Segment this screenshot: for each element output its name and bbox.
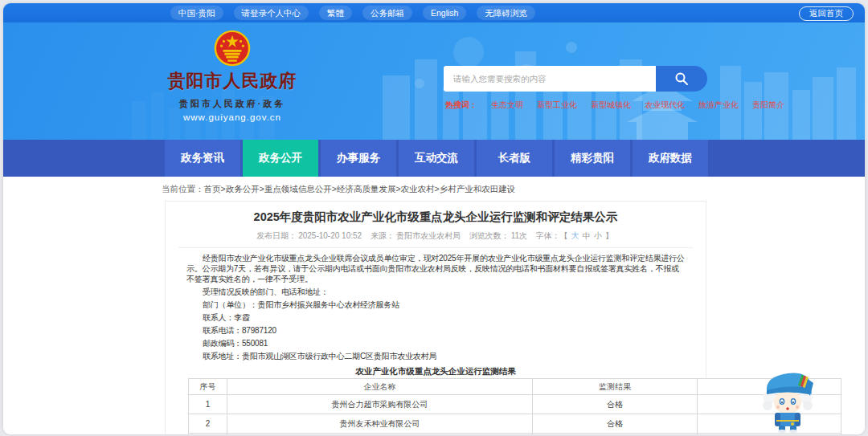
site-banner: 贵阳市人民政府 贵阳市人民政府·政务 www.guiyang.gov.cn 热搜… xyxy=(3,22,865,140)
nav-item-政务资讯[interactable]: 政务资讯 xyxy=(165,140,240,177)
table-row: 2贵州友禾种业有限公司合格 xyxy=(189,414,841,434)
article-meta: 发布日期：2025-10-20 10:52 来源：贵阳市农业农村局 浏览次数：1… xyxy=(166,230,706,241)
article-paragraphs: 经贵阳市农业产业化市级重点龙头企业联席会议成员单位审定，现对2025年开展的农业… xyxy=(186,251,685,362)
topbar-link[interactable]: 无障碍浏览 xyxy=(477,6,535,20)
back-home-button[interactable]: 返回首页 xyxy=(799,6,854,21)
search-input[interactable] xyxy=(444,66,656,92)
article-paragraph: 部门（单位）：贵阳市乡村振兴服务中心农村经济服务站 xyxy=(186,298,685,311)
national-emblem-icon xyxy=(214,29,251,67)
search-button[interactable] xyxy=(656,66,707,92)
article-body: 经贵阳市农业产业化市级重点龙头企业联席会议成员单位审定，现对2025年开展的农业… xyxy=(166,248,706,377)
search-icon xyxy=(674,71,689,86)
breadcrumb: 当前位置：首页>政务公开>重点领域信息公开>经济高质量发展>农业农村>乡村产业和… xyxy=(3,177,865,201)
source-value: 贵阳市农业农村局 xyxy=(396,231,461,240)
font-size-option[interactable]: 小 xyxy=(594,231,602,240)
hot-search-word[interactable]: 贵阳简介 xyxy=(752,100,784,111)
nav-item-政府数据[interactable]: 政府数据 xyxy=(633,140,708,177)
hot-search-word[interactable]: 农业现代化 xyxy=(645,100,685,111)
article-container: 2025年度贵阳市农业产业化市级重点龙头企业运行监测和评定结果公示 发布日期：2… xyxy=(165,201,706,434)
city-skyline-art xyxy=(366,43,865,140)
breadcrumb-label: 当前位置： xyxy=(162,184,204,194)
table-cell: 贵州友禾种业有限公司 xyxy=(227,414,533,434)
site-name: 贵阳市人民政府 xyxy=(156,69,309,93)
source-label: 来源： xyxy=(371,231,395,240)
font-size-label-end: 】 xyxy=(605,231,613,240)
article-paragraph: 联系电话：87987120 xyxy=(186,324,685,336)
article-paragraph: 受理情况反映的部门、电话和地址： xyxy=(186,285,685,298)
table-header-row: 序号企业名称监测结果 xyxy=(189,379,841,395)
hot-search-row: 热搜词： 生态文明新型工业化新型城镇化农业现代化旅游产业化贵阳简介 xyxy=(445,100,784,111)
font-size-label: 字体：【 xyxy=(536,231,568,240)
article-paragraph: 经贵阳市农业产业化市级重点龙头企业联席会议成员单位审定，现对2025年开展的农业… xyxy=(186,251,685,285)
table-cell: 合格 xyxy=(533,414,698,434)
breadcrumb-path[interactable]: 首页>政务公开>重点领域信息公开>经济高质量发展>农业农村>乡村产业和农田建设 xyxy=(204,184,516,194)
nav-item-长者版[interactable]: 长者版 xyxy=(477,140,552,177)
views-value: 11次 xyxy=(511,231,527,240)
mascot-figure[interactable] xyxy=(757,364,818,433)
table-cell xyxy=(698,434,841,435)
site-subtitle: 贵阳市人民政府·政务 xyxy=(156,98,309,110)
nav-item-办事服务[interactable]: 办事服务 xyxy=(321,140,396,177)
top-utility-bar: 中国·贵阳请登录个人中心繁體公务邮箱English无障碍浏览 返回首页 xyxy=(3,3,865,22)
article-title: 2025年度贵阳市农业产业化市级重点龙头企业运行监测和评定结果公示 xyxy=(166,210,706,224)
topbar-link[interactable]: 中国·贵阳 xyxy=(170,6,223,20)
table-cell: 3 xyxy=(189,434,227,435)
nav-item-互动交流[interactable]: 互动交流 xyxy=(399,140,474,177)
table-header-cell: 企业名称 xyxy=(227,379,533,395)
topbar-link[interactable]: 请登录个人中心 xyxy=(234,6,309,20)
article-paragraph: 联系地址：贵阳市观山湖区市级行政中心二期C区贵阳市农业农村局 xyxy=(186,349,685,362)
table-cell: 合格 xyxy=(533,434,698,435)
font-size-option[interactable]: 中 xyxy=(583,231,591,240)
table-row: 3贵州松果鲜肉食品有限公司合格 xyxy=(189,434,841,435)
topbar-link[interactable]: English xyxy=(423,6,466,20)
table-cell: 贵州合力超市采购有限公司 xyxy=(227,395,533,414)
published-label: 发布日期： xyxy=(256,231,297,240)
main-nav: 政务资讯政务公开办事服务互动交流长者版精彩贵阳政府数据 xyxy=(3,140,865,177)
table-header-cell: 序号 xyxy=(189,379,227,395)
article-paragraph: 联系人：李霞 xyxy=(186,311,685,324)
page-card: 中国·贵阳请登录个人中心繁體公务邮箱English无障碍浏览 返回首页 xyxy=(3,3,865,434)
table-cell: 贵州松果鲜肉食品有限公司 xyxy=(227,434,533,435)
table-caption: 农业产业化市级重点龙头企业运行监测结果 xyxy=(186,365,685,377)
font-size-options: 大中小 xyxy=(570,231,604,240)
hot-search-word[interactable]: 旅游产业化 xyxy=(698,100,739,111)
search-bar xyxy=(444,66,707,92)
hot-search-word[interactable]: 生态文明 xyxy=(491,100,523,111)
article-paragraph: 邮政编码：550081 xyxy=(186,336,685,349)
published-date: 2025-10-20 10:52 xyxy=(298,231,362,240)
table-header-cell: 监测结果 xyxy=(533,379,698,395)
site-logo[interactable]: 贵阳市人民政府 贵阳市人民政府·政务 www.guiyang.gov.cn xyxy=(156,26,309,122)
font-size-option[interactable]: 大 xyxy=(571,231,579,240)
site-url: www.guiyang.gov.cn xyxy=(156,112,309,122)
content-area: 当前位置：首页>政务公开>重点领域信息公开>经济高质量发展>农业农村>乡村产业和… xyxy=(3,177,865,434)
table-row: 1贵州合力超市采购有限公司合格 xyxy=(189,395,841,414)
topbar-link[interactable]: 繁體 xyxy=(319,6,352,20)
nav-item-政务公开[interactable]: 政务公开 xyxy=(243,140,318,177)
hot-search-label: 热搜词： xyxy=(445,100,477,111)
table-cell: 2 xyxy=(189,414,227,434)
hot-search-word[interactable]: 新型城镇化 xyxy=(591,100,631,111)
topbar-link[interactable]: 公务邮箱 xyxy=(362,6,412,20)
nav-items: 政务资讯政务公开办事服务互动交流长者版精彩贵阳政府数据 xyxy=(165,140,708,177)
table-cell: 1 xyxy=(189,395,227,414)
nav-item-精彩贵阳[interactable]: 精彩贵阳 xyxy=(555,140,630,177)
hot-search-word[interactable]: 新型工业化 xyxy=(537,100,577,111)
table-cell: 合格 xyxy=(533,395,698,414)
views-label: 浏览次数： xyxy=(469,231,510,240)
monitoring-result-table: 序号企业名称监测结果 1贵州合力超市采购有限公司合格2贵州友禾种业有限公司合格3… xyxy=(188,378,841,434)
topbar-links: 中国·贵阳请登录个人中心繁體公务邮箱English无障碍浏览 xyxy=(170,6,535,20)
hot-search-words: 生态文明新型工业化新型城镇化农业现代化旅游产业化贵阳简介 xyxy=(491,100,784,111)
